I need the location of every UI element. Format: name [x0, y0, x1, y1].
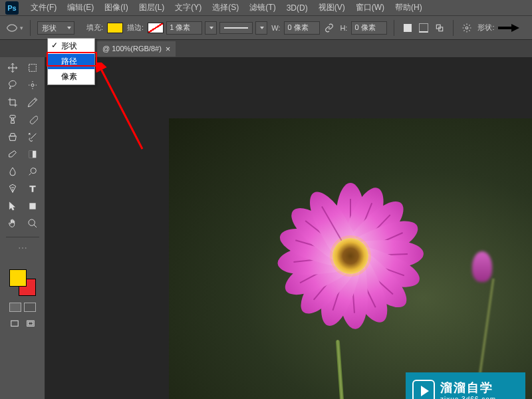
- watermark-url: zixue.3d66.com: [440, 396, 496, 400]
- menu-bar: Ps 文件(F) 编辑(E) 图像(I) 图层(L) 文字(Y) 选择(S) 滤…: [0, 0, 532, 16]
- eraser-tool[interactable]: [3, 146, 22, 162]
- menu-select[interactable]: 选择(S): [207, 1, 244, 15]
- menu-image[interactable]: 图像(I): [99, 1, 133, 15]
- brush-tool[interactable]: [23, 112, 42, 128]
- quickmask-icon[interactable]: [9, 303, 21, 312]
- svg-point-11: [29, 219, 35, 225]
- tool-mode-menu: 形状 路径 像素: [47, 38, 95, 85]
- move-tool[interactable]: [3, 60, 22, 76]
- tool-preset-icon[interactable]: ▾: [5, 21, 23, 35]
- marquee-tool[interactable]: [23, 60, 42, 76]
- tool-mode-dropdown[interactable]: 形状: [37, 21, 74, 35]
- shape-tool[interactable]: [23, 198, 42, 214]
- height-label: H:: [340, 24, 347, 32]
- gear-icon[interactable]: [460, 21, 473, 35]
- align-icon[interactable]: [417, 21, 430, 35]
- history-brush-tool[interactable]: [23, 129, 42, 145]
- menu-help[interactable]: 帮助(H): [390, 1, 428, 15]
- mode-option-pixels[interactable]: 像素: [48, 69, 94, 84]
- fill-label: 填充:: [86, 23, 103, 33]
- crop-tool[interactable]: [3, 94, 22, 110]
- watermark: 溜溜自学 zixue.3d66.com: [406, 372, 525, 399]
- foreground-color[interactable]: [9, 269, 27, 287]
- watermark-play-icon: [412, 380, 435, 399]
- width-label: W:: [271, 24, 280, 32]
- svg-rect-10: [29, 203, 35, 209]
- quickmask-icon-2[interactable]: [24, 303, 36, 312]
- stroke-width-input[interactable]: [166, 21, 202, 35]
- svg-rect-6: [10, 115, 15, 118]
- document-tab[interactable]: @ 100%(RGB/8#) ×: [97, 41, 176, 57]
- tab-close-icon[interactable]: ×: [166, 44, 171, 54]
- flower-image: [271, 176, 430, 336]
- menu-window[interactable]: 窗口(W): [350, 1, 390, 15]
- menu-view[interactable]: 视图(V): [313, 1, 350, 15]
- menu-file[interactable]: 文件(F): [25, 1, 62, 15]
- height-input[interactable]: [351, 21, 387, 35]
- menu-3d[interactable]: 3D(D): [281, 2, 313, 14]
- gradient-tool[interactable]: [23, 146, 42, 162]
- toolbox: ⋯: [0, 57, 45, 399]
- link-icon[interactable]: [323, 21, 336, 35]
- stroke-color-swatch[interactable]: [148, 23, 164, 33]
- svg-point-9: [31, 168, 36, 174]
- stroke-style-menu[interactable]: [255, 21, 267, 35]
- svg-rect-14: [28, 322, 33, 325]
- svg-rect-8: [29, 151, 32, 158]
- stroke-width-dropdown[interactable]: [205, 21, 217, 35]
- shape-picker[interactable]: [498, 24, 519, 32]
- fill-color-swatch[interactable]: [107, 23, 123, 33]
- quick-select-tool[interactable]: [23, 77, 42, 93]
- width-input[interactable]: [284, 21, 320, 35]
- clone-stamp-tool[interactable]: [3, 129, 22, 145]
- menu-edit[interactable]: 编辑(E): [62, 1, 99, 15]
- stroke-label: 描边:: [127, 23, 144, 33]
- svg-rect-4: [29, 65, 36, 72]
- ps-logo: Ps: [5, 1, 19, 15]
- hand-tool[interactable]: [3, 215, 22, 231]
- color-picker-section: [9, 269, 36, 296]
- menu-filter[interactable]: 滤镜(T): [244, 1, 281, 15]
- svg-rect-12: [11, 321, 18, 326]
- document-tab-title: @ 100%(RGB/8#): [102, 45, 162, 53]
- path-select-tool[interactable]: [3, 198, 22, 214]
- type-tool[interactable]: [23, 181, 42, 197]
- document-canvas[interactable]: 溜溜自学 zixue.3d66.com: [169, 118, 532, 399]
- options-bar: ▾ 形状 填充: 描边: W: H: 形状:: [0, 16, 532, 40]
- svg-point-5: [31, 84, 34, 86]
- canvas-area: 溜溜自学 zixue.3d66.com: [45, 57, 532, 399]
- svg-point-2: [466, 27, 469, 29]
- arrange-icon[interactable]: [433, 21, 446, 35]
- screenmode-icon[interactable]: [8, 317, 21, 331]
- spot-heal-tool[interactable]: [3, 112, 22, 128]
- watermark-title: 溜溜自学: [440, 380, 496, 396]
- arrow-shape-icon: [498, 24, 519, 32]
- blur-tool[interactable]: [3, 164, 22, 180]
- stroke-style-dropdown[interactable]: [219, 22, 253, 34]
- lasso-tool[interactable]: [3, 77, 22, 93]
- mode-option-shape[interactable]: 形状: [48, 39, 94, 54]
- eyedropper-tool[interactable]: [23, 94, 42, 110]
- menu-type[interactable]: 文字(Y): [170, 1, 207, 15]
- pen-tool[interactable]: [3, 181, 22, 197]
- flower-stem: [335, 340, 348, 399]
- main-area: ⋯: [0, 57, 532, 399]
- dodge-tool[interactable]: [23, 164, 42, 180]
- zoom-tool[interactable]: [23, 215, 42, 231]
- shape-label: 形状:: [477, 23, 494, 33]
- screenmode-icon-2[interactable]: [24, 317, 37, 331]
- menu-layer[interactable]: 图层(L): [134, 1, 170, 15]
- mode-option-path[interactable]: 路径: [48, 54, 94, 69]
- pathops-icon[interactable]: [401, 21, 414, 35]
- flower-bud: [472, 251, 492, 282]
